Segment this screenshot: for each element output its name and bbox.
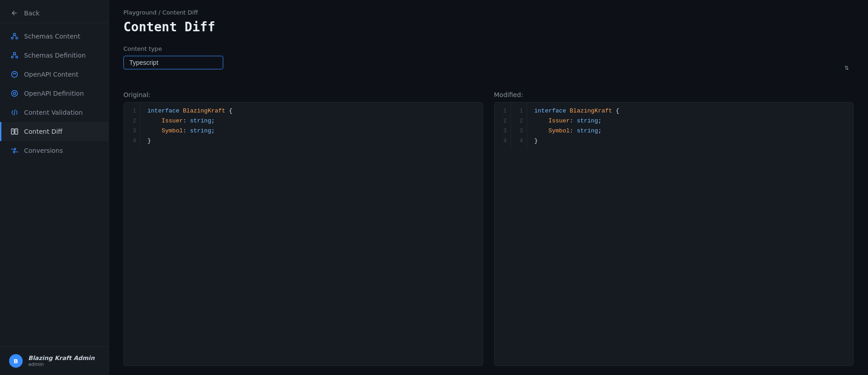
svg-point-11 bbox=[12, 91, 18, 97]
svg-line-4 bbox=[15, 36, 17, 38]
sidebar-item-label: OpenAPI Definition bbox=[24, 90, 84, 97]
sidebar-item-openapi-definition[interactable]: OpenAPI Definition bbox=[0, 84, 108, 103]
code-line: Issuer: string; bbox=[527, 116, 853, 126]
sidebar-nav: Back Schemas Content bbox=[0, 0, 108, 346]
main-content: Playground / Content Diff Content Diff C… bbox=[109, 0, 868, 375]
svg-point-10 bbox=[12, 72, 18, 78]
user-info: Blazing Kraft Admin admin bbox=[28, 355, 95, 367]
content-diff-icon bbox=[10, 127, 19, 136]
content-type-label: Content type bbox=[123, 45, 853, 52]
svg-point-2 bbox=[16, 37, 18, 39]
modified-panel: Modified: 1 2 3 4 1 2 3 4 bbox=[494, 91, 854, 366]
modified-line-numbers-left: 1 2 3 4 bbox=[495, 102, 511, 150]
line-num: 1 bbox=[511, 106, 527, 116]
line-num: 1 bbox=[495, 106, 510, 116]
modified-editor[interactable]: 1 2 3 4 1 2 3 4 interface BlazingKraft {… bbox=[494, 102, 854, 366]
original-code-lines: interface BlazingKraft { Issuer: string;… bbox=[140, 102, 483, 150]
content-type-select[interactable]: Typescript JSON YAML XML bbox=[123, 56, 223, 69]
svg-line-8 bbox=[12, 55, 15, 57]
svg-point-1 bbox=[11, 37, 13, 39]
line-num: 4 bbox=[124, 136, 140, 146]
code-line: interface BlazingKraft { bbox=[140, 106, 483, 116]
code-line: interface BlazingKraft { bbox=[527, 106, 853, 116]
line-num: 3 bbox=[511, 126, 527, 136]
original-editor[interactable]: 1 2 3 4 interface BlazingKraft { Issuer:… bbox=[123, 102, 483, 366]
diff-panels: Original: 1 2 3 4 interface BlazingKraft… bbox=[123, 91, 853, 366]
page-title: Content Diff bbox=[123, 19, 853, 34]
line-num: 4 bbox=[511, 136, 527, 146]
sidebar-item-label: Schemas Content bbox=[24, 33, 80, 40]
modified-code-lines: interface BlazingKraft { Issuer: string;… bbox=[527, 102, 853, 150]
user-name: Blazing Kraft Admin bbox=[28, 355, 95, 361]
sidebar-item-conversions[interactable]: Conversions bbox=[0, 141, 108, 160]
svg-point-7 bbox=[16, 56, 18, 58]
original-label: Original: bbox=[123, 91, 483, 98]
line-num: 2 bbox=[495, 116, 510, 126]
sidebar-item-content-diff[interactable]: Content Diff bbox=[0, 122, 108, 141]
line-num: 3 bbox=[124, 126, 140, 136]
content-validation-icon bbox=[10, 108, 19, 117]
svg-point-6 bbox=[11, 56, 13, 58]
user-role: admin bbox=[28, 361, 95, 367]
back-icon bbox=[10, 9, 19, 17]
schemas-content-icon bbox=[10, 32, 19, 40]
code-line: Symbol: string; bbox=[140, 126, 483, 136]
sidebar-item-schemas-definition[interactable]: Schemas Definition bbox=[0, 46, 108, 65]
sidebar-item-openapi-content[interactable]: OpenAPI Content bbox=[0, 65, 108, 84]
sidebar-item-back[interactable]: Back bbox=[0, 4, 108, 23]
code-line: Issuer: string; bbox=[140, 116, 483, 126]
breadcrumb: Playground / Content Diff bbox=[123, 9, 853, 16]
original-line-numbers: 1 2 3 4 bbox=[124, 102, 140, 150]
original-panel: Original: 1 2 3 4 interface BlazingKraft… bbox=[123, 91, 483, 366]
content-type-wrapper: Typescript JSON YAML XML bbox=[123, 56, 853, 80]
sidebar-item-label: Content Diff bbox=[24, 128, 62, 135]
svg-point-0 bbox=[14, 34, 16, 36]
conversions-icon bbox=[10, 146, 19, 155]
sidebar: Back Schemas Content bbox=[0, 0, 109, 375]
code-line: Symbol: string; bbox=[527, 126, 853, 136]
sidebar-item-label: Content Validation bbox=[24, 109, 83, 116]
line-num: 2 bbox=[511, 116, 527, 126]
sidebar-item-schemas-content[interactable]: Schemas Content bbox=[0, 27, 108, 46]
sidebar-item-label: Schemas Definition bbox=[24, 52, 86, 59]
svg-line-9 bbox=[15, 55, 17, 57]
code-line: } bbox=[140, 136, 483, 146]
schemas-definition-icon bbox=[10, 51, 19, 59]
back-label: Back bbox=[24, 10, 39, 17]
modified-label: Modified: bbox=[494, 91, 854, 98]
line-num: 3 bbox=[495, 126, 510, 136]
breadcrumb-separator: / bbox=[158, 9, 162, 16]
line-num: 2 bbox=[124, 116, 140, 126]
breadcrumb-parent: Playground bbox=[123, 9, 157, 16]
modified-line-numbers-right: 1 2 3 4 bbox=[511, 102, 527, 150]
svg-line-13 bbox=[14, 110, 15, 115]
user-profile: B Blazing Kraft Admin admin bbox=[0, 346, 108, 375]
line-num: 1 bbox=[124, 106, 140, 116]
breadcrumb-current: Content Diff bbox=[162, 9, 198, 16]
code-line: } bbox=[527, 136, 853, 146]
openapi-content-icon bbox=[10, 70, 19, 78]
sidebar-item-label: Conversions bbox=[24, 147, 63, 154]
openapi-definition-icon bbox=[10, 89, 19, 97]
sidebar-item-content-validation[interactable]: Content Validation bbox=[0, 103, 108, 122]
svg-point-5 bbox=[14, 53, 16, 55]
avatar: B bbox=[9, 354, 23, 368]
svg-point-12 bbox=[14, 93, 16, 95]
svg-line-3 bbox=[12, 36, 15, 38]
sidebar-item-label: OpenAPI Content bbox=[24, 71, 78, 78]
line-num: 4 bbox=[495, 136, 510, 146]
